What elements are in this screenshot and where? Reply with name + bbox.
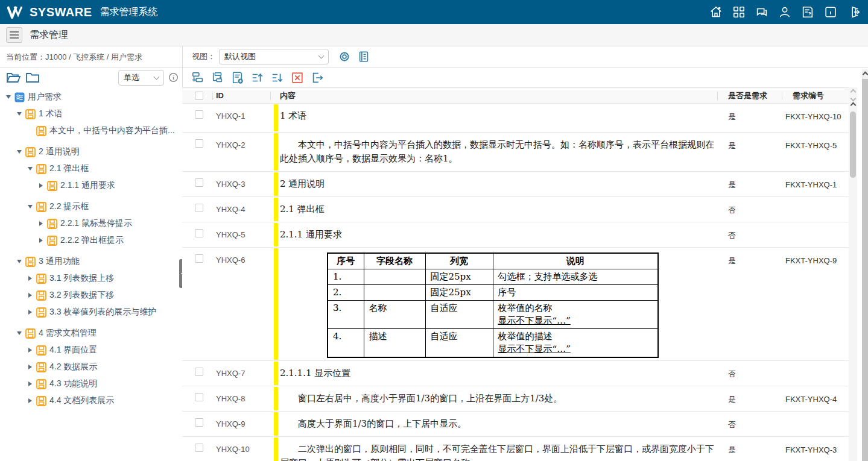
row-checkbox[interactable] (195, 178, 203, 187)
table-row[interactable]: YHXQ-10二次弹出的窗口，原则相同，同时，不可完全盖住下层窗口，界面上沿低于… (182, 437, 849, 461)
expand-arrow-icon[interactable] (27, 309, 34, 316)
table-row[interactable]: YHXQ-32 通用说明是FKXT-YHXQ-1 (182, 172, 849, 197)
table-row[interactable]: YHXQ-6序号字段名称列宽说明1.固定25px勾选框；支持单选或多选2.固定2… (182, 248, 849, 361)
apps-grid-icon[interactable] (732, 5, 746, 19)
collapse-arrow-icon[interactable] (16, 258, 23, 265)
add-sibling-icon[interactable] (191, 71, 205, 85)
row-checkbox[interactable] (195, 418, 203, 427)
column-header-requirement-no[interactable]: 需求编号 (785, 90, 849, 101)
table-row[interactable]: YHXQ-8窗口左右居中，高度小于界面1/3的窗口，上沿在界面上方1/3处。是F… (182, 386, 849, 412)
collapse-arrow-icon[interactable] (16, 110, 23, 118)
page-scroll-up-icon[interactable] (862, 72, 868, 78)
row-content-cell[interactable]: 高度大于界面1/3的窗口，上下居中显示。 (274, 412, 721, 436)
column-header-content[interactable]: 内容 (274, 90, 721, 101)
expand-arrow-icon[interactable] (27, 363, 34, 371)
add-child-icon[interactable] (211, 71, 225, 85)
selection-mode-select[interactable]: 单选 (118, 70, 164, 86)
row-content-cell[interactable]: 本文中，中括号中内容为平台插入的数据，数据显示时无中括号。如：名称顺序号，表示平… (274, 133, 721, 171)
row-checkbox[interactable] (195, 254, 203, 263)
tree-item[interactable]: 用户需求 (0, 90, 179, 104)
page-scrollbar[interactable] (862, 69, 868, 461)
folder-open-icon[interactable] (6, 71, 21, 85)
tree-item[interactable]: 2.1.1 通用要求 (0, 179, 179, 192)
tree-item[interactable]: 2 通用说明 (0, 145, 179, 158)
table-row[interactable]: YHXQ-52.1.1 通用要求否 (182, 222, 849, 248)
delete-icon[interactable] (290, 71, 305, 85)
expand-arrow-icon[interactable] (27, 275, 34, 282)
view-list-icon[interactable] (356, 49, 371, 64)
expand-arrow-icon[interactable] (37, 182, 45, 189)
tree-item[interactable]: 4.3 功能说明 (0, 377, 179, 390)
scroll-top-icon[interactable] (850, 102, 856, 108)
tree-item[interactable]: 2.2.2 弹出框提示 (0, 234, 179, 247)
row-content-cell[interactable]: 窗口左右居中，高度小于界面1/3的窗口，上沿在界面上方1/3处。 (274, 386, 721, 411)
row-content-cell[interactable]: 2.1 弹出框 (274, 197, 721, 222)
help-doc-icon[interactable] (800, 5, 815, 19)
table-row[interactable]: YHXQ-11 术语是FKXT-YHXQ-10 (182, 104, 849, 133)
folder-closed-icon[interactable] (25, 71, 40, 85)
collapse-arrow-icon[interactable] (16, 330, 23, 337)
home-icon[interactable] (709, 5, 723, 19)
collapse-arrow-icon[interactable] (27, 165, 34, 172)
tree-item[interactable]: 3.2 列表数据下移 (0, 289, 179, 302)
row-content-cell[interactable]: 2.1.1.1 显示位置 (274, 361, 721, 386)
row-checkbox[interactable] (195, 229, 203, 237)
view-select[interactable]: 默认视图 (219, 49, 329, 64)
info-circle-icon[interactable] (168, 72, 179, 83)
add-document-icon[interactable] (230, 71, 245, 85)
collapse-arrow-icon[interactable] (27, 203, 34, 210)
select-all-checkbox[interactable] (195, 92, 203, 100)
table-row[interactable]: YHXQ-72.1.1.1 显示位置否 (182, 361, 849, 386)
tree-item[interactable]: 3.3 枚举值列表的展示与维护 (0, 306, 179, 319)
tree-item[interactable]: 4.4 文档列表展示 (0, 394, 179, 407)
row-checkbox[interactable] (195, 444, 203, 452)
tree-item[interactable]: 4 需求文档管理 (0, 327, 179, 340)
table-row[interactable]: YHXQ-42.1 弹出框否 (182, 197, 849, 222)
expand-arrow-icon[interactable] (27, 347, 34, 354)
row-content-cell[interactable]: 2 通用说明 (274, 172, 721, 196)
table-row[interactable]: YHXQ-9高度大于界面1/3的窗口，上下居中显示。否 (182, 412, 849, 437)
tree-item[interactable]: 本文中，中括号中内容为平台插... (0, 124, 179, 137)
tree-item[interactable]: 1 术语 (0, 107, 179, 121)
column-header-id[interactable]: ID (216, 91, 274, 100)
expand-arrow-icon[interactable] (27, 380, 34, 387)
info-icon[interactable] (823, 5, 838, 19)
export-icon[interactable] (310, 71, 325, 85)
expand-arrow-icon[interactable] (27, 292, 34, 299)
expand-arrow-icon[interactable] (37, 220, 45, 227)
table-row[interactable]: YHXQ-2本文中，中括号中内容为平台插入的数据，数据显示时无中括号。如：名称顺… (182, 133, 849, 172)
user-icon[interactable] (778, 5, 792, 19)
row-checkbox[interactable] (195, 368, 203, 376)
row-checkbox[interactable] (195, 139, 203, 148)
table-scrollbar[interactable] (849, 87, 857, 461)
tree-item[interactable]: 2.2.1 鼠标悬停提示 (0, 217, 179, 230)
row-content-cell[interactable]: 2.1.1 通用要求 (274, 222, 721, 247)
scroll-up-icon[interactable] (850, 89, 856, 95)
menu-hamburger-icon[interactable] (6, 27, 22, 43)
logout-icon[interactable] (846, 5, 861, 19)
collapse-arrow-icon[interactable] (16, 148, 23, 155)
row-checkbox[interactable] (195, 204, 203, 212)
row-content-cell[interactable]: 序号字段名称列宽说明1.固定25px勾选框；支持单选或多选2.固定25px序号3… (274, 248, 721, 360)
tree-item[interactable]: 3 通用功能 (0, 255, 179, 268)
collapse-arrow-icon[interactable] (5, 93, 12, 101)
tree-item[interactable]: 4.2 数据展示 (0, 360, 179, 374)
scroll-down-icon[interactable] (850, 96, 856, 102)
tree-item[interactable]: 3.1 列表数据上移 (0, 272, 179, 285)
move-up-icon[interactable] (250, 71, 265, 85)
gear-icon[interactable] (337, 49, 352, 64)
tree-item[interactable]: 4.1 界面位置 (0, 343, 179, 357)
tree-item[interactable]: 2.2 提示框 (0, 200, 179, 213)
column-header-is-requirement[interactable]: 是否是需求 (721, 90, 785, 101)
expand-arrow-icon[interactable] (37, 237, 45, 244)
row-content-cell[interactable]: 二次弹出的窗口，原则相同，同时，不可完全盖住下层窗口，界面上沿低于下层窗口，或界… (274, 437, 721, 461)
row-content-cell[interactable]: 1 术语 (274, 104, 721, 132)
row-checkbox[interactable] (195, 110, 203, 119)
page-scrollbar-thumb[interactable] (862, 79, 868, 461)
tree-item[interactable]: 2.1 弹出框 (0, 162, 179, 175)
move-down-icon[interactable] (270, 71, 285, 85)
scrollbar-thumb[interactable] (850, 111, 856, 178)
messages-icon[interactable] (755, 5, 769, 19)
expand-arrow-icon[interactable] (27, 397, 34, 404)
row-checkbox[interactable] (195, 393, 203, 401)
